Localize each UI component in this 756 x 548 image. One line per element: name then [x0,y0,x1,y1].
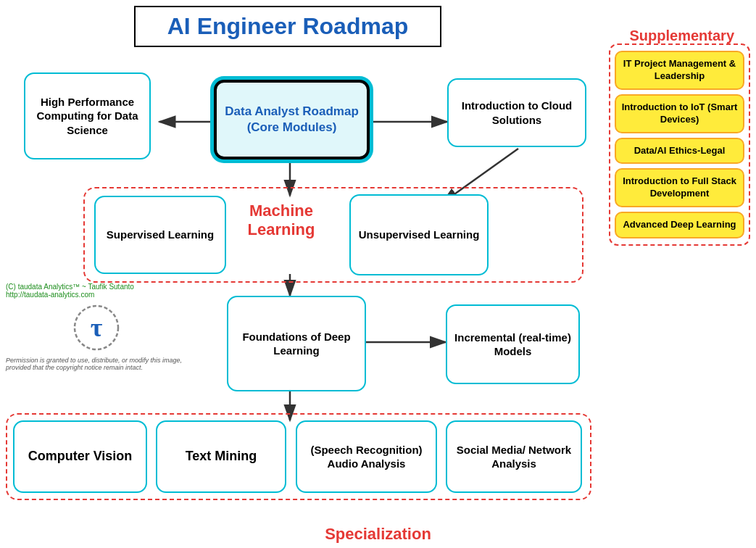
speech-node: (Speech Recognition) Audio Analysis [296,420,437,493]
supp-item-4: Advanced Deep Learning [615,212,744,238]
core-node: Data Analyst Roadmap (Core Modules) [214,80,370,159]
copyright-block: (C) taudata Analytics™ ~ Taufik Sutanto … [6,283,187,371]
text-mining-node: Text Mining [156,420,286,493]
supp-item-0: IT Project Management & Leadership [615,51,744,90]
supervised-node: Supervised Learning [94,196,226,274]
supp-item-2: Data/AI Ethics-Legal [615,138,744,165]
ml-label: Machine Learning [230,202,332,240]
tau-logo-icon: τ [73,304,120,351]
cloud-node: Introduction to Cloud Solutions [447,78,586,147]
social-node: Social Media/ Network Analysis [446,420,582,493]
supplementary-area: IT Project Management & Leadership Intro… [609,43,750,246]
hpc-node: High Performance Computing for Data Scie… [24,72,151,159]
unsupervised-node: Unsupervised Learning [349,194,489,275]
specialization-label: Specialization [325,525,431,544]
svg-text:τ: τ [91,313,103,342]
supp-item-1: Introduction to IoT (Smart Devices) [615,94,744,133]
computer-vision-node: Computer Vision [13,420,147,493]
foundations-node: Foundations of Deep Learning [227,296,366,391]
supplementary-title: Supplementary [630,28,734,44]
supp-item-3: Introduction to Full Stack Development [615,168,744,207]
page-title: AI Engineer Roadmap [134,6,441,47]
incremental-node: Incremental (real-time) Models [446,304,580,384]
